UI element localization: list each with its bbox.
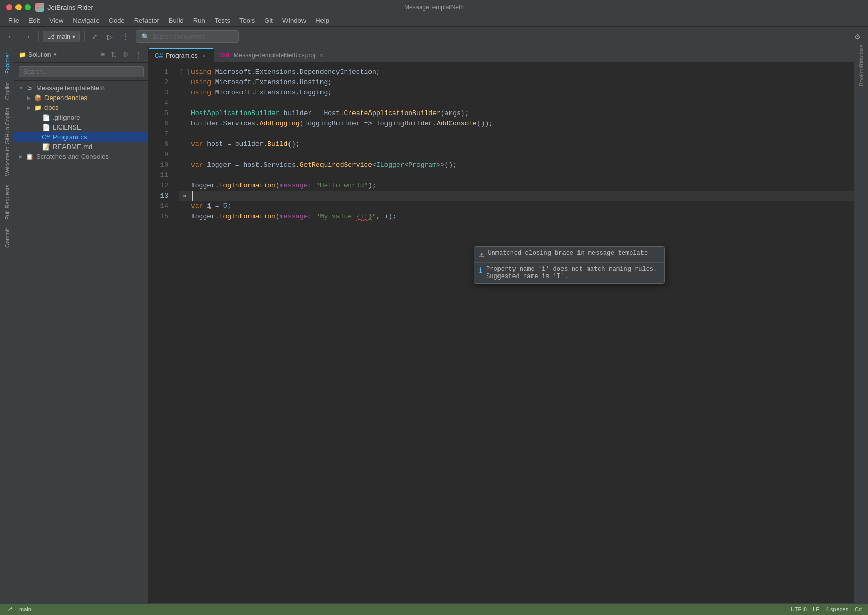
line-num-1: 1: [149, 67, 174, 77]
tab-program-cs[interactable]: C# Program.cs ×: [149, 48, 214, 62]
code-line-11: [179, 170, 854, 181]
check-button[interactable]: ✓: [89, 30, 101, 43]
menu-navigate[interactable]: Navigate: [69, 15, 103, 25]
menu-tests[interactable]: Tests: [211, 15, 234, 25]
line-num-9: 9: [149, 150, 174, 160]
maximize-button[interactable]: [25, 4, 31, 10]
more-tree-button[interactable]: ⋮: [133, 50, 144, 59]
menu-run[interactable]: Run: [189, 15, 210, 25]
tab-csproj[interactable]: XML MessageTemplateNet8.csproj ×: [214, 48, 331, 62]
cursor: [192, 191, 197, 201]
branch-selector[interactable]: ⎇ main ▾: [43, 31, 80, 42]
menu-tools[interactable]: Tools: [235, 15, 259, 25]
code-line-13: ⇒: [179, 191, 854, 201]
tab-xml-icon: XML: [220, 53, 231, 58]
main-layout: Explorer Copilot Welcome to GitHub Copil…: [0, 46, 868, 615]
menu-edit[interactable]: Edit: [24, 15, 44, 25]
sort-button[interactable]: ⇅: [109, 50, 119, 59]
git-branch-icon: ⎇: [6, 606, 13, 613]
menu-build[interactable]: Build: [165, 15, 188, 25]
line-num-8: 8: [149, 139, 174, 150]
line-num-12: 12: [149, 181, 174, 191]
tree-item-program-cs[interactable]: C# Program.cs: [14, 132, 148, 142]
code-area[interactable]: { } using Microsoft.Extensions.Dependenc…: [174, 63, 854, 603]
panel-actions: ≡ ⇅ ⚙ ⋮: [99, 50, 144, 59]
run-build-button[interactable]: ▷: [104, 30, 116, 43]
tooltip-text-2: Property name 'i' does not match naming …: [486, 266, 659, 280]
app-logo: JetBrains Rider: [35, 3, 93, 12]
root-icon: 🗂: [25, 85, 34, 92]
tree-item-license[interactable]: 📄 LICENSE: [14, 122, 148, 132]
line-num-4: 4: [149, 98, 174, 108]
app-name: JetBrains Rider: [47, 4, 93, 11]
tooltip-warning-icon: ⚠: [479, 250, 484, 259]
menu-view[interactable]: View: [45, 15, 68, 25]
dep-icon: 📦: [33, 94, 42, 102]
tree-item-readme[interactable]: 📝 README.md: [14, 142, 148, 152]
encoding-label: UTF-8: [791, 606, 807, 612]
tooltip-popup: ⚠ Unmatched closing brace in message tem…: [474, 246, 665, 284]
close-button[interactable]: [6, 4, 12, 10]
settings-button[interactable]: ⚙: [851, 30, 864, 43]
collapse-all-button[interactable]: ≡: [99, 50, 107, 59]
sidebar-tab-github-copilot[interactable]: Welcome to GitHub Copilot: [2, 104, 12, 180]
sidebar-tab-copilot[interactable]: Copilot: [2, 78, 12, 104]
code-line-7: [179, 129, 854, 139]
menu-code[interactable]: Code: [105, 15, 129, 25]
sidebar-tab-explorer[interactable]: Explorer: [2, 48, 12, 78]
code-line-3: using Microsoft.Extensions.Logging;: [179, 88, 854, 98]
tab-csproj-label: MessageTemplateNet8.csproj: [234, 52, 315, 59]
line-num-6: 6: [149, 119, 174, 129]
code-line-15: logger.LogInformation(message: "My value…: [179, 212, 854, 222]
indent-label: 4 spaces: [826, 606, 848, 612]
dep-label: Dependencies: [44, 94, 87, 102]
code-line-14: var i = 5;: [179, 201, 854, 212]
toolbar: ← → ⎇ main ▾ ✓ ▷ ⋮ 🔍 Search everywhere ⚙: [0, 27, 868, 46]
toolbar-right: ⚙: [851, 30, 864, 43]
solution-dropdown-icon: ▾: [54, 51, 57, 58]
panel-title: Solution: [28, 51, 51, 58]
tooltip-text-1: Unmatched closing brace in message templ…: [488, 250, 648, 257]
tree-search: [14, 63, 148, 81]
bookmarks-icon[interactable]: Bookmarks: [856, 66, 867, 77]
sidebar-tab-commit[interactable]: Commit: [2, 224, 12, 252]
tooltip-line-2: ℹ Property name 'i' does not match namin…: [474, 263, 664, 283]
toolbar-separator-2: [84, 31, 85, 42]
code-line-5: HostApplicationBuilder builder = Host.Cr…: [179, 108, 854, 119]
line-numbers: 1 2 3 4 5 6 7 8 9 10 11 12 13 14 15: [149, 63, 174, 603]
menu-window[interactable]: Window: [278, 15, 310, 25]
tree-item-scratches[interactable]: ▶ 📋 Scratches and Consoles: [14, 152, 148, 161]
git-branch-label: main: [19, 606, 31, 612]
menu-help[interactable]: Help: [311, 15, 333, 25]
license-label: LICENSE: [53, 123, 82, 131]
gitignore-label: .gitignore: [53, 114, 80, 121]
menu-refactor[interactable]: Refactor: [130, 15, 164, 25]
menu-file[interactable]: File: [4, 15, 23, 25]
bottom-status-bar: ⎇ main UTF-8 LF 4 spaces C#: [0, 604, 868, 615]
tabs-bar: C# Program.cs × XML MessageTemplateNet8.…: [149, 46, 854, 63]
line-ending-label: LF: [813, 606, 819, 612]
tab-csproj-close[interactable]: ×: [318, 52, 325, 59]
forward-button[interactable]: →: [21, 30, 34, 43]
tree-search-input[interactable]: [19, 66, 144, 77]
sidebar-tab-pull-requests[interactable]: Pull Requests: [2, 181, 12, 224]
filter-button[interactable]: ⚙: [121, 50, 131, 59]
tree-item-root[interactable]: ▾ 🗂 MessageTemplateNet8: [14, 83, 148, 93]
tree-item-docs[interactable]: ▶ 📁 docs: [14, 103, 148, 112]
branch-dropdown-icon: ▾: [72, 33, 75, 40]
minimize-button[interactable]: [15, 4, 22, 10]
code-line-6: builder.Services.AddLogging(loggingBuild…: [179, 119, 854, 129]
readme-icon: 📝: [41, 143, 51, 151]
tree-item-gitignore[interactable]: 📄 .gitignore: [14, 112, 148, 122]
status-left: ⎇ main: [6, 606, 31, 613]
back-button[interactable]: ←: [4, 30, 18, 43]
code-line-2: using Microsoft.Extensions.Hosting;: [179, 77, 854, 88]
menu-git[interactable]: Git: [260, 15, 277, 25]
gutter-1: { }: [179, 67, 191, 77]
window-title: MessageTemplatNet8: [404, 4, 464, 11]
more-options-button[interactable]: ⋮: [119, 30, 133, 43]
line-num-3: 3: [149, 88, 174, 98]
search-box[interactable]: 🔍 Search everywhere: [136, 30, 239, 43]
tab-program-close[interactable]: ×: [201, 52, 207, 59]
tree-item-dependencies[interactable]: ▶ 📦 Dependencies: [14, 93, 148, 103]
